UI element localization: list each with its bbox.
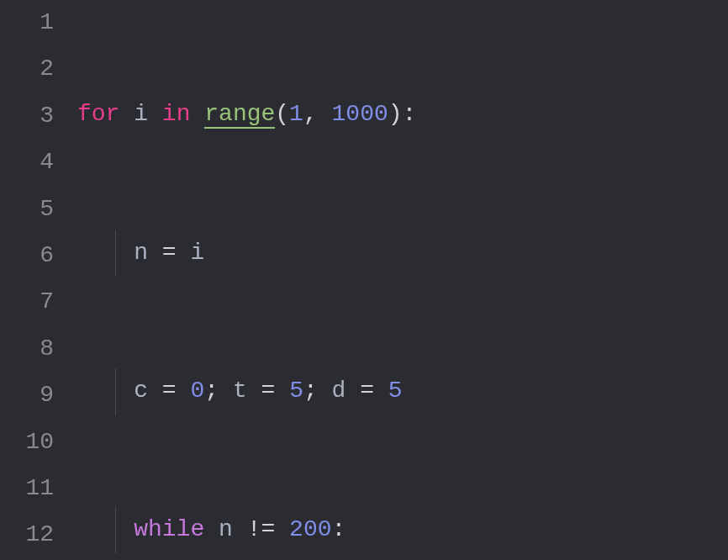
code-editor: 1 2 3 4 5 6 7 8 9 10 11 12 for i in rang… xyxy=(0,0,728,560)
code-line[interactable]: while n != 200: xyxy=(77,507,728,553)
var-i: i xyxy=(134,101,148,127)
code-area[interactable]: for i in range(1, 1000): n = i c = 0; t … xyxy=(77,0,728,560)
num: 1000 xyxy=(332,101,388,127)
line-number: 1 xyxy=(0,0,54,46)
var-d: d xyxy=(332,378,346,404)
op-eq: = xyxy=(261,378,276,404)
op-eq: = xyxy=(360,378,374,404)
colon: : xyxy=(403,101,417,127)
line-number: 12 xyxy=(0,512,54,558)
semi: ; xyxy=(303,378,318,404)
code-line[interactable]: n = i xyxy=(77,230,728,277)
code-line[interactable]: c = 0; t = 5; d = 5 xyxy=(77,368,728,415)
line-number: 5 xyxy=(0,187,54,233)
num: 1 xyxy=(289,101,303,127)
line-number: 9 xyxy=(0,372,54,419)
builtin-range: range xyxy=(204,101,275,129)
keyword-while: while xyxy=(134,516,204,542)
colon: : xyxy=(332,516,346,542)
op-eq: = xyxy=(162,378,177,404)
num: 5 xyxy=(388,378,403,404)
paren-open: ( xyxy=(275,101,289,127)
var-t: t xyxy=(233,378,247,404)
var-c: c xyxy=(134,378,148,404)
line-number: 8 xyxy=(0,326,54,372)
var-n: n xyxy=(134,240,148,266)
num: 5 xyxy=(289,378,303,404)
code-line[interactable]: for i in range(1, 1000): xyxy=(77,92,728,138)
var-n: n xyxy=(219,516,233,542)
line-number: 2 xyxy=(0,46,54,92)
keyword-in: in xyxy=(162,101,191,127)
op-ne: != xyxy=(247,516,276,542)
keyword-for: for xyxy=(77,101,119,127)
num: 0 xyxy=(190,378,204,404)
line-number: 6 xyxy=(0,233,54,279)
op-eq: = xyxy=(162,240,177,266)
line-number: 11 xyxy=(0,466,54,512)
num: 200 xyxy=(289,516,331,542)
line-number: 7 xyxy=(0,279,54,325)
paren-close: ) xyxy=(388,101,403,127)
line-number: 10 xyxy=(0,420,54,466)
comma: , xyxy=(303,101,318,127)
line-number: 4 xyxy=(0,140,54,186)
semi: ; xyxy=(204,378,219,404)
line-number-gutter: 1 2 3 4 5 6 7 8 9 10 11 12 xyxy=(0,0,77,560)
var-i: i xyxy=(190,240,204,266)
line-number: 3 xyxy=(0,93,54,140)
